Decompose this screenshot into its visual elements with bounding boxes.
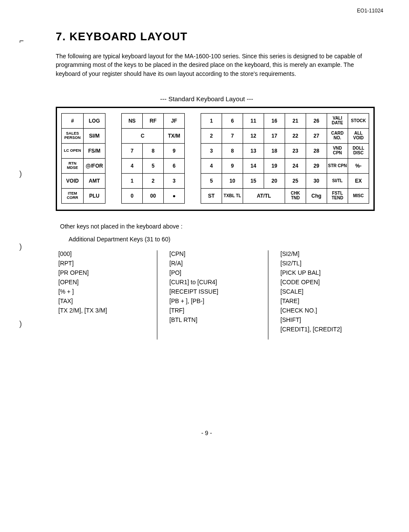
key: # bbox=[62, 113, 84, 128]
key: 6 bbox=[164, 158, 185, 173]
key: 9 bbox=[222, 158, 243, 173]
key: TX/M bbox=[164, 128, 185, 143]
key: 29 bbox=[306, 158, 327, 173]
key: FS/M bbox=[84, 143, 105, 158]
key-item: [R/A] bbox=[169, 260, 255, 267]
key-item: [SI2/TL] bbox=[280, 260, 366, 267]
key: 26 bbox=[306, 113, 327, 128]
key: 5 bbox=[143, 158, 164, 173]
key: 1 bbox=[122, 173, 143, 188]
key: ST bbox=[201, 188, 222, 203]
keyboard-block-1: #LOG SALES PERSONSI/M LC OPENFS/M RTN MD… bbox=[61, 113, 105, 204]
key: 21 bbox=[285, 113, 306, 128]
key: 20 bbox=[264, 173, 285, 188]
key-item: [TARE] bbox=[280, 298, 366, 304]
key: 3 bbox=[164, 173, 185, 188]
key: %- bbox=[348, 158, 369, 173]
key: SALES PERSON bbox=[62, 128, 84, 143]
key: LOG bbox=[84, 113, 105, 128]
key: 7 bbox=[122, 143, 143, 158]
key: RF bbox=[143, 113, 164, 128]
key: 4 bbox=[201, 158, 222, 173]
key: 19 bbox=[264, 158, 285, 173]
key: 25 bbox=[285, 173, 306, 188]
key: 12 bbox=[243, 128, 264, 143]
key: 14 bbox=[243, 158, 264, 173]
key: 0 bbox=[122, 188, 143, 203]
key: EX bbox=[348, 173, 369, 188]
key-item: [SHIFT] bbox=[280, 316, 366, 323]
document-id: EO1-11024 bbox=[357, 8, 383, 14]
key: SI/M bbox=[84, 128, 105, 143]
key: 16 bbox=[264, 113, 285, 128]
key: 6 bbox=[222, 113, 243, 128]
key-item: [CPN] bbox=[169, 250, 255, 257]
key-item: [PO] bbox=[169, 269, 255, 276]
key: SI/TL bbox=[327, 173, 348, 188]
key-item: [CUR1] to [CUR4] bbox=[169, 279, 255, 286]
key-item: [BTL RTN] bbox=[169, 316, 255, 323]
other-keys-col-2: [CPN] [R/A] [PO] [CUR1] to [CUR4] [RECEI… bbox=[157, 250, 268, 340]
key: @/FOR bbox=[84, 158, 105, 173]
key: TXBL TL bbox=[222, 188, 243, 203]
key-item: [TRF] bbox=[169, 307, 255, 314]
additional-dept-line: Additional Department Keys (31 to 60) bbox=[69, 236, 388, 243]
key: 13 bbox=[243, 143, 264, 158]
key: NS bbox=[122, 113, 143, 128]
key: ● bbox=[164, 188, 185, 203]
punch-mark: ) bbox=[19, 319, 22, 328]
key: PLU bbox=[84, 188, 105, 203]
key: LC OPEN bbox=[62, 143, 84, 158]
other-keys-heading: Other keys not placed in the keyboard ab… bbox=[60, 223, 388, 230]
key-item: [% + ] bbox=[58, 288, 144, 295]
key: 9 bbox=[164, 143, 185, 158]
page-number: - 9 - bbox=[26, 430, 388, 436]
keyboard-caption: --- Standard Keyboard Layout --- bbox=[26, 95, 388, 102]
key: 10 bbox=[222, 173, 243, 188]
punch-mark: ) bbox=[19, 448, 22, 449]
key: 8 bbox=[143, 143, 164, 158]
key: 17 bbox=[264, 128, 285, 143]
key-item: [RECEIPT ISSUE] bbox=[169, 288, 255, 295]
key: 4 bbox=[122, 158, 143, 173]
key: C bbox=[122, 128, 164, 143]
key: MISC bbox=[348, 188, 369, 203]
key-item: [SI2/M] bbox=[280, 250, 366, 257]
intro-paragraph: The following are typical keyboard layou… bbox=[56, 52, 375, 78]
keyboard-block-3: 1611162126VALI DATESTOCK 2712172227CARD … bbox=[201, 113, 369, 204]
key: VALI DATE bbox=[327, 113, 348, 128]
key-item: [PB + ], [PB-] bbox=[169, 298, 255, 304]
key: 28 bbox=[306, 143, 327, 158]
key: CHK TND bbox=[285, 188, 306, 203]
key: 11 bbox=[243, 113, 264, 128]
key: 8 bbox=[222, 143, 243, 158]
key-item: [CREDIT1], [CREDIT2] bbox=[280, 326, 366, 333]
punch-mark: ) bbox=[19, 242, 22, 251]
key: CARD NO. bbox=[327, 128, 348, 143]
key: FSTL TEND bbox=[327, 188, 348, 203]
key-item: [CODE OPEN] bbox=[280, 279, 366, 286]
other-keys-col-3: [SI2/M] [SI2/TL] [PICK UP BAL] [CODE OPE… bbox=[268, 250, 379, 340]
other-keys-col-1: [000] [RPT] [PR OPEN] [OPEN] [% + ] [TAX… bbox=[56, 250, 157, 340]
key: 24 bbox=[285, 158, 306, 173]
key: RTN MDSE bbox=[62, 158, 84, 173]
key: STR CPN bbox=[327, 158, 348, 173]
key: 2 bbox=[201, 128, 222, 143]
key: 15 bbox=[243, 173, 264, 188]
key-item: [TAX] bbox=[58, 298, 144, 304]
punch-mark: ⌐ bbox=[19, 36, 24, 45]
key: ITEM CORR bbox=[62, 188, 84, 203]
key-item: [RPT] bbox=[58, 260, 144, 267]
key: Chg bbox=[306, 188, 327, 203]
key: ALL VOID bbox=[348, 128, 369, 143]
key: STOCK bbox=[348, 113, 369, 128]
key: 23 bbox=[285, 143, 306, 158]
key: 18 bbox=[264, 143, 285, 158]
key: 3 bbox=[201, 143, 222, 158]
key: DOLL DISC bbox=[348, 143, 369, 158]
key: 5 bbox=[201, 173, 222, 188]
key-item: [CHECK NO.] bbox=[280, 307, 366, 314]
key: JF bbox=[164, 113, 185, 128]
key: 2 bbox=[143, 173, 164, 188]
key: AT/TL bbox=[243, 188, 285, 203]
